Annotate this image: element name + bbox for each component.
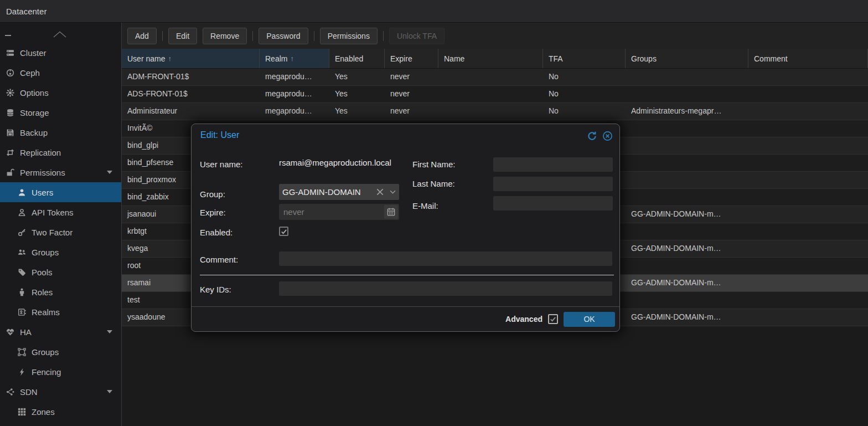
caret-down-icon[interactable] [107,330,112,333]
key-ids-label: Key IDs: [200,285,276,294]
dialog-title: Edit: User [200,130,239,140]
sidebar-item-label: SDN [20,387,38,397]
table-row[interactable]: ADS-FRONT-01$megaprodu…YesneverNo [122,86,868,103]
chevron-up-icon[interactable] [53,30,66,37]
calendar-icon[interactable] [384,205,398,219]
sidebar-item-permissions-groups[interactable]: Groups [0,242,121,262]
clear-icon[interactable] [376,188,384,196]
unlock-icon [6,168,15,177]
ok-button[interactable]: OK [564,312,615,327]
toolbar-separator [383,31,384,41]
cell-name [438,86,543,102]
tag-icon [17,268,27,276]
sidebar-item-pools[interactable]: Pools [0,262,121,282]
sidebar-item-users[interactable]: Users [0,182,121,202]
cell-comment [748,155,868,171]
column-header-comment[interactable]: Comment [748,49,868,68]
sidebar-item-storage[interactable]: Storage [0,102,121,122]
sidebar-item-label: Backup [20,128,48,137]
sidebar-item-sdn[interactable]: SDN [0,382,121,402]
column-header-tfa[interactable]: TFA [543,49,626,68]
column-label: Expire [390,54,412,63]
unlock-tfa-button[interactable]: Unlock TFA [389,28,445,44]
cell-comment [748,137,868,154]
enabled-checkbox[interactable] [279,227,288,236]
cell-comment [748,258,868,274]
cell-comment [748,103,868,120]
remove-button[interactable]: Remove [203,28,247,44]
comment-input[interactable] [279,252,612,266]
cell-realm: megaprodu… [260,103,329,120]
sidebar-item-ceph[interactable]: Ceph [0,63,121,83]
password-button[interactable]: Password [259,28,308,44]
toolbar-separator [252,31,253,41]
column-header-name[interactable]: Name [438,49,543,68]
undo-icon[interactable] [587,131,597,141]
sidebar-item-label: Storage [20,108,49,117]
email-label: E-Mail: [412,201,490,211]
sidebar-item-api-tokens[interactable]: API Tokens [0,202,121,222]
cell-enabled: Yes [329,103,385,120]
close-icon[interactable] [602,131,613,141]
sidebar-item-ha-groups[interactable]: Groups [0,342,121,362]
add-button[interactable]: Add [127,28,157,44]
sidebar-item-backup[interactable]: Backup [0,122,121,142]
edit-button[interactable]: Edit [168,28,197,44]
expire-input[interactable] [279,204,383,220]
sidebar-item-roles[interactable]: Roles [0,282,121,302]
dialog-tools [587,131,613,141]
advanced-checkbox[interactable] [548,314,558,324]
toolbar: AddEditRemovePasswordPermissionsUnlock T… [122,23,868,49]
column-header-expire[interactable]: Expire [385,49,438,68]
cell-groups [626,172,748,188]
column-header-groups[interactable]: Groups [626,49,748,68]
sidebar-item-zones[interactable]: Zones [0,402,121,422]
caret-down-icon[interactable] [107,171,112,174]
sidebar-item-replication[interactable]: Replication [0,142,121,162]
sort-asc-icon: ↑ [290,54,294,63]
cell-groups: Administrateurs-megapr… [626,103,748,120]
column-header-realm[interactable]: Realm↑ [260,49,329,68]
collapse-dash-icon[interactable] [5,35,11,36]
sidebar-item-permissions[interactable]: Permissions [0,162,121,182]
sidebar-item-two-factor[interactable]: Two Factor [0,222,121,242]
sidebar-item-options[interactable]: Options [0,83,121,102]
sidebar-item-fencing[interactable]: Fencing [0,362,121,382]
gear-icon [6,89,15,97]
cell-comment [748,206,868,223]
cell-comment [748,189,868,206]
sidebar-item-label: Permissions [20,168,65,177]
dialog-header[interactable]: Edit: User [192,124,619,143]
caret-down-icon[interactable] [107,390,112,393]
column-label: Realm [265,54,287,63]
table-row[interactable]: Administrateurmegaprodu…YesneverNoAdmini… [122,103,868,120]
bolt-icon [17,368,27,376]
sidebar-item-label: Options [20,88,49,97]
edit-user-dialog: Edit: User User name: rsamai@megaproduct… [191,124,620,332]
cell-groups: GG-ADMIN-DOMAIN-m… [626,275,748,291]
cell-expire: never [385,103,438,120]
cell-user: ADS-FRONT-01$ [122,86,260,102]
table-row[interactable]: ADM-FRONT-01$megaprodu…YesneverNo [122,69,868,86]
sort-asc-icon: ↑ [168,54,172,63]
column-header-enabled[interactable]: Enabled [329,49,385,68]
column-header-user-name[interactable]: User name↑ [122,49,260,68]
sidebar-item-realms[interactable]: Realms [0,302,121,322]
first-name-input[interactable] [493,157,613,172]
sidebar-item-label: HA [20,327,32,337]
group-combobox[interactable]: GG-ADMIN-DOMAIN [279,184,399,200]
key-ids-input[interactable] [279,281,612,296]
chevron-down-icon[interactable] [390,190,396,194]
sidebar-item-ha[interactable]: HA [0,322,121,342]
last-name-input[interactable] [493,177,613,191]
cell-groups [626,86,748,102]
sidebar-item-label: Users [32,188,53,197]
sidebar-item-label: Pools [32,268,53,277]
sidebar-item-label: Cluster [20,48,46,58]
cell-name [438,69,543,85]
sidebar-item-label: Zones [32,407,55,417]
permissions-button[interactable]: Permissions [320,28,378,44]
email-input[interactable] [493,196,613,211]
sidebar-item-cluster[interactable]: Cluster [0,43,121,63]
expire-field [279,204,399,220]
